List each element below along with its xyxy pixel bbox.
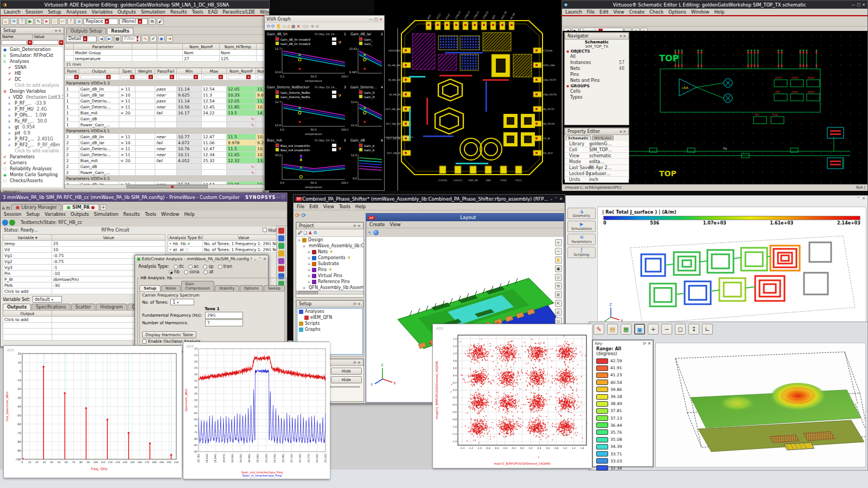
ade-tool-1[interactable]: ✉: [10, 18, 17, 25]
schematic-menubar[interactable]: LaunchFileEditViewCreateCheckOptionsWind…: [562, 9, 867, 16]
key-item[interactable]: 41.91: [596, 364, 649, 371]
tab-outputs-setup[interactable]: Outputs Setup: [66, 28, 106, 34]
menu-item-ead[interactable]: EAD: [208, 9, 218, 15]
farfield-tool-1[interactable]: ▤: [607, 324, 618, 335]
view-tool-7[interactable]: ⇱: [555, 300, 562, 307]
menu-item-edit[interactable]: Edit: [309, 204, 318, 209]
column-filter[interactable]: ▾: [65, 74, 79, 80]
menu-item-results[interactable]: Results: [123, 211, 140, 217]
setup-tree-item[interactable]: ◉Monte Carlo Sampling: [2, 172, 63, 178]
param-row[interactable]: Model GroupNomNom: [65, 50, 269, 56]
ade-tool-7[interactable]: ↩: [59, 18, 66, 25]
results-row[interactable]: 1Gain_dB∿∿∿: [65, 116, 270, 122]
results-row[interactable]: 1Gain_dB_lin> 11pass11.1412.5412.0511.14: [65, 86, 270, 92]
menu-item-session[interactable]: Session: [4, 211, 21, 217]
property-row[interactable]: Unitsinch: [565, 177, 629, 183]
tab-library-manager[interactable]: ▣ Library Manager: [11, 204, 61, 210]
key-item[interactable]: 42.59: [596, 357, 649, 364]
view-tool-0[interactable]: +: [555, 239, 562, 246]
radio-dc[interactable]: dc: [174, 264, 184, 269]
view-tool-1[interactable]: −: [555, 248, 562, 255]
setup-tree-item[interactable]: ⚙Design Variables: [2, 88, 63, 94]
menu-item-parasitics/lde[interactable]: Parasitics/LDE: [222, 9, 255, 15]
ade-tool-0[interactable]: ⌂: [2, 18, 9, 25]
column-filter[interactable]: ▾: [79, 74, 119, 80]
project-tree-item[interactable]: ⊕Reference Pins: [296, 279, 363, 285]
hide-button-1[interactable]: Hide: [331, 368, 362, 375]
param-col-header[interactable]: [65, 44, 74, 50]
radio-sp[interactable]: sp: [203, 264, 213, 269]
expander-icon[interactable]: ⊕: [308, 256, 310, 260]
project-tree-item[interactable]: ⊕Nets⧩: [296, 249, 363, 255]
home-icon[interactable]: ⌂: [2, 206, 5, 210]
viva-miniplot-Gain_dB[interactable]: Gain_dB6Gain_dGain_d12.09.0: [349, 137, 384, 190]
vars-col-header[interactable]: Value: [52, 235, 165, 241]
setup-filter-row[interactable]: ▾ ▾: [1, 40, 64, 46]
setup-tree-item[interactable]: Graphs: [297, 326, 362, 332]
primewave-tabstrip[interactable]: ⌂🗀 ▣ Library Manager ▣ SIM_PA ● +: [1, 202, 287, 210]
em-tab-parameters[interactable]: ⊞Parameters: [567, 234, 596, 245]
ade-explorer-window[interactable]: ◑ Virtuoso® ADE Explorer Editing: golden…: [0, 0, 270, 191]
menu-item-options[interactable]: Options: [668, 9, 686, 15]
results-row[interactable]: 1Power_Gain_…∿∿∿: [65, 122, 270, 128]
em-tab-geometry[interactable]: ◮Geometry: [567, 208, 596, 219]
viva-miniplot-Gain_Deterio_NoBlocker[interactable]: Gain_Deterio_NoBlockerFri Mar 29 14…3Gai…: [266, 84, 348, 137]
property-row[interactable]: CellSIM_TOP…: [565, 147, 629, 153]
ade-toolbar[interactable]: ⌂✉?▶✎➤⬡↩!⊕Replace▾(None)▾⧉🖌: [1, 16, 269, 27]
sphere-view-icon[interactable]: [373, 230, 379, 235]
setup-tree-item[interactable]: xP_RF_…-33.9: [2, 100, 63, 106]
menu-item-tools[interactable]: Tools: [145, 211, 156, 217]
viva-miniplot-Gain_Deterio…[interactable]: Gain_Deterio…4Gain_DGain_D12.010.4: [349, 84, 384, 137]
constellation-plot-window[interactable]: ADS: [432, 324, 591, 468]
viva-plot-area[interactable]: Gain_dB_linFri Mar 29 14…1Gain_dB_lin (m…: [265, 30, 384, 190]
side-tool-3[interactable]: [278, 251, 284, 256]
ade-parameter-table[interactable]: ParameterNom_NomPNom_HiTempModel GroupNo…: [65, 43, 269, 62]
setup-tree-item[interactable]: ✔DC: [2, 76, 63, 82]
nav-group-item[interactable]: Cells: [565, 88, 629, 94]
viva-toolbar[interactable]: ⟲⟳✋▭⌂▦✕◁▷⊕⊖: [265, 23, 384, 30]
analysis-row[interactable]: • at at ○No. of Tones: 1 Frequency 1: 29…: [168, 247, 285, 253]
waveform-icon[interactable]: ∿: [251, 117, 254, 122]
project-tree-item[interactable]: ⊕mmWave_Assembly_lib:Co…: [296, 243, 363, 249]
menu-item-create[interactable]: Create: [629, 9, 644, 15]
menu-item-launch[interactable]: Launch: [565, 9, 582, 15]
ade-tool-9[interactable]: ⊕: [75, 18, 82, 25]
farfield-window[interactable]: ✎▤▦▣+−◻↧∟ Key⟳ ✕ Range: All (degrees) 42…: [589, 322, 868, 471]
filter-icon[interactable]: ⧩: [347, 256, 350, 260]
check-icon[interactable]: ✔: [150, 35, 157, 42]
property-row[interactable]: Viewschematic: [565, 153, 629, 159]
menu-item-simulation[interactable]: Simulation: [141, 9, 165, 15]
ade-tool-copy[interactable]: ⧉: [149, 18, 156, 25]
dialog-window-buttons[interactable]: ? ⌄ ⌃ ✕: [250, 256, 266, 261]
menu-item-file[interactable]: File: [587, 9, 595, 15]
schematic-canvas[interactable]: TOP TOP LNA Pa EOSCVGA1NGA1QPFVGA2NGA2QP…: [563, 31, 867, 184]
menu-item-view[interactable]: View: [390, 222, 400, 227]
hide-button-2[interactable]: Hide: [331, 376, 362, 383]
setup-tree-item[interactable]: eIEM_QFN: [297, 314, 362, 320]
nav-object-item[interactable]: All: [565, 54, 629, 60]
plot-icon[interactable]: ∿: [142, 35, 149, 42]
em-tab-scripting[interactable]: ƒScripting: [567, 247, 596, 258]
farfield-tool-7[interactable]: ↧: [688, 324, 699, 335]
new-tab-button[interactable]: +: [100, 204, 106, 210]
setup-tree-item[interactable]: ✔HB: [2, 70, 63, 76]
farfield-tool-3[interactable]: ▣: [634, 324, 645, 335]
column-filter[interactable]: ▾: [136, 74, 155, 80]
property-row[interactable]: Modeedita…: [565, 159, 629, 165]
expander-icon[interactable]: ⊕: [308, 280, 310, 284]
layout-titlebar[interactable]: RF Layout: [366, 214, 564, 221]
none-combo[interactable]: (None)▾: [119, 18, 148, 25]
dialog-tab-gain-compression[interactable]: Gain Compression: [181, 281, 214, 291]
side-tool-1[interactable]: [278, 235, 284, 241]
menu-item-tools[interactable]: Tools: [339, 204, 350, 209]
results-row[interactable]: 1Gain_dB_lar> 10near9.62511.310.339.625: [65, 92, 270, 98]
schematic-window-buttons[interactable]: —□✕: [852, 3, 866, 7]
farfield-tool-5[interactable]: −: [661, 324, 672, 335]
menu-item-variables[interactable]: Variables: [92, 9, 113, 15]
view-tool-2[interactable]: ✋: [555, 256, 562, 264]
param-col-header[interactable]: [157, 44, 183, 50]
tab-scatter[interactable]: Scatter: [71, 304, 95, 310]
tab-schematic[interactable]: Schematic: [566, 136, 591, 140]
menu-item-outputs[interactable]: Outputs: [118, 9, 136, 15]
results-col-header[interactable]: Output: [79, 68, 119, 74]
